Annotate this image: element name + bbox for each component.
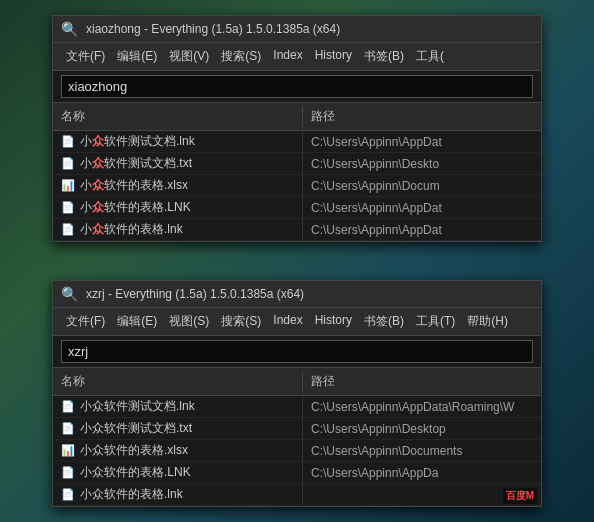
- menu-edit-1[interactable]: 编辑(E): [112, 46, 162, 67]
- file-icon: 📊: [61, 179, 75, 192]
- results-list-1: 📄 小众软件测试文档.lnk C:\Users\Appinn\AppDat 📄 …: [53, 131, 541, 241]
- menu-view-2[interactable]: 视图(S): [164, 311, 214, 332]
- col-path-header-1: 路径: [303, 106, 541, 127]
- results-list-2: 📄 小众软件测试文档.lnk C:\Users\Appinn\AppData\R…: [53, 396, 541, 506]
- menu-file-2[interactable]: 文件(F): [61, 311, 110, 332]
- menu-bar-1: 文件(F) 编辑(E) 视图(V) 搜索(S) Index History 书签…: [53, 43, 541, 71]
- result-path: C:\Users\Appinn\Deskto: [303, 155, 541, 173]
- col-path-header-2: 路径: [303, 371, 541, 392]
- menu-help-2[interactable]: 帮助(H): [462, 311, 513, 332]
- table-row[interactable]: 📊 小众软件的表格.xlsx C:\Users\Appinn\Documents: [53, 440, 541, 462]
- result-path: C:\Users\Appinn\Docum: [303, 177, 541, 195]
- app-icon-2: 🔍: [61, 286, 78, 302]
- menu-tools-1[interactable]: 工具(: [411, 46, 449, 67]
- search-input-2[interactable]: [61, 340, 533, 363]
- menu-view-1[interactable]: 视图(V): [164, 46, 214, 67]
- title-bar-1: 🔍 xiaozhong - Everything (1.5a) 1.5.0.13…: [53, 16, 541, 43]
- result-name: 📄 小众软件测试文档.lnk: [53, 131, 303, 152]
- menu-edit-2[interactable]: 编辑(E): [112, 311, 162, 332]
- menu-bookmarks-1[interactable]: 书签(B): [359, 46, 409, 67]
- menu-search-2[interactable]: 搜索(S): [216, 311, 266, 332]
- menu-history-1[interactable]: History: [310, 46, 357, 67]
- menu-file-1[interactable]: 文件(F): [61, 46, 110, 67]
- file-icon: 📄: [61, 223, 75, 236]
- title-bar-2: 🔍 xzrj - Everything (1.5a) 1.5.0.1385a (…: [53, 281, 541, 308]
- search-bar-2: [53, 336, 541, 368]
- file-icon: 📊: [61, 444, 75, 457]
- result-name: 📄 小众软件测试文档.lnk: [53, 396, 303, 417]
- file-icon: 📄: [61, 488, 75, 501]
- result-path: C:\Users\Appinn\AppData\Roaming\W: [303, 398, 541, 416]
- menu-bar-2: 文件(F) 编辑(E) 视图(S) 搜索(S) Index History 书签…: [53, 308, 541, 336]
- menu-index-1[interactable]: Index: [268, 46, 307, 67]
- table-row[interactable]: 📄 小众软件测试文档.lnk C:\Users\Appinn\AppDat: [53, 131, 541, 153]
- app-icon-1: 🔍: [61, 21, 78, 37]
- table-row[interactable]: 📄 小众软件的表格.LNK C:\Users\Appinn\AppDa: [53, 462, 541, 484]
- result-name: 📄 小众软件的表格.LNK: [53, 462, 303, 483]
- file-icon: 📄: [61, 400, 75, 413]
- table-row[interactable]: 📄 小众软件的表格.lnk: [53, 484, 541, 506]
- file-icon: 📄: [61, 135, 75, 148]
- file-icon: 📄: [61, 157, 75, 170]
- file-icon: 📄: [61, 422, 75, 435]
- table-row[interactable]: 📄 小众软件的表格.LNK C:\Users\Appinn\AppDat: [53, 197, 541, 219]
- results-header-1: 名称 路径: [53, 103, 541, 131]
- watermark: 百度M: [503, 488, 537, 504]
- window-title-2: xzrj - Everything (1.5a) 1.5.0.1385a (x6…: [86, 287, 533, 301]
- result-path: C:\Users\Appinn\AppDa: [303, 464, 541, 482]
- result-path: C:\Users\Appinn\AppDat: [303, 133, 541, 151]
- table-row[interactable]: 📄 小众软件测试文档.txt C:\Users\Appinn\Deskto: [53, 153, 541, 175]
- result-path: C:\Users\Appinn\Documents: [303, 442, 541, 460]
- table-row[interactable]: 📊 小众软件的表格.xlsx C:\Users\Appinn\Docum: [53, 175, 541, 197]
- result-name: 📄 小众软件的表格.LNK: [53, 197, 303, 218]
- menu-bookmarks-2[interactable]: 书签(B): [359, 311, 409, 332]
- result-path: C:\Users\Appinn\AppDat: [303, 199, 541, 217]
- col-name-header-1: 名称: [53, 106, 303, 127]
- file-icon: 📄: [61, 466, 75, 479]
- result-name: 📄 小众软件测试文档.txt: [53, 153, 303, 174]
- window-title-1: xiaozhong - Everything (1.5a) 1.5.0.1385…: [86, 22, 533, 36]
- col-name-header-2: 名称: [53, 371, 303, 392]
- results-header-2: 名称 路径: [53, 368, 541, 396]
- table-row[interactable]: 📄 小众软件的表格.lnk C:\Users\Appinn\AppDat: [53, 219, 541, 241]
- result-path: C:\Users\Appinn\AppDat: [303, 221, 541, 239]
- result-name: 📄 小众软件的表格.lnk: [53, 484, 303, 505]
- file-icon: 📄: [61, 201, 75, 214]
- result-name: 📄 小众软件测试文档.txt: [53, 418, 303, 439]
- result-name: 📊 小众软件的表格.xlsx: [53, 440, 303, 461]
- search-input-1[interactable]: [61, 75, 533, 98]
- search-bar-1: [53, 71, 541, 103]
- table-row[interactable]: 📄 小众软件测试文档.txt C:\Users\Appinn\Desktop: [53, 418, 541, 440]
- window-2: 🔍 xzrj - Everything (1.5a) 1.5.0.1385a (…: [52, 280, 542, 507]
- result-name: 📄 小众软件的表格.lnk: [53, 219, 303, 240]
- menu-search-1[interactable]: 搜索(S): [216, 46, 266, 67]
- menu-tools-2[interactable]: 工具(T): [411, 311, 460, 332]
- window-1: 🔍 xiaozhong - Everything (1.5a) 1.5.0.13…: [52, 15, 542, 242]
- result-path: C:\Users\Appinn\Desktop: [303, 420, 541, 438]
- table-row[interactable]: 📄 小众软件测试文档.lnk C:\Users\Appinn\AppData\R…: [53, 396, 541, 418]
- result-name: 📊 小众软件的表格.xlsx: [53, 175, 303, 196]
- menu-history-2[interactable]: History: [310, 311, 357, 332]
- menu-index-2[interactable]: Index: [268, 311, 307, 332]
